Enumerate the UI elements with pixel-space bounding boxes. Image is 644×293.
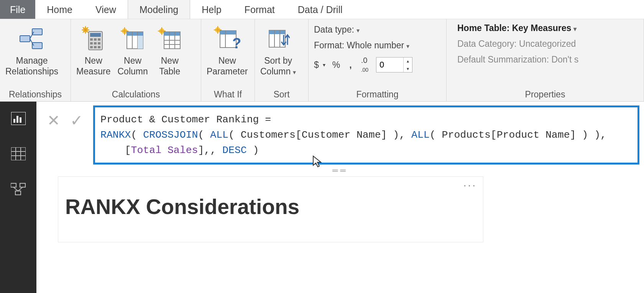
manage-relationships-button[interactable]: Manage Relationships xyxy=(3,23,61,77)
svg-rect-46 xyxy=(269,30,285,34)
currency-button[interactable]: $ xyxy=(314,60,319,70)
svg-rect-19 xyxy=(94,46,97,48)
tab-file[interactable]: File xyxy=(0,0,35,19)
formula-resize-handle[interactable]: ══ xyxy=(39,165,641,176)
tab-home[interactable]: Home xyxy=(35,0,84,19)
ribbon-group-calculations: New Measure New Col xyxy=(71,19,201,101)
home-table-dropdown[interactable]: Home Table: Key Measures xyxy=(457,23,578,33)
report-canvas: ✕ ✓ Product & Customer Ranking = RANKX( … xyxy=(36,102,644,293)
decimal-icon: .0.00 xyxy=(361,56,368,74)
group-label-relationships: Relationships xyxy=(3,88,67,100)
ribbon: Manage Relationships Relationships xyxy=(0,19,644,102)
tab-data-drill[interactable]: Data / Drill xyxy=(286,0,354,19)
new-parameter-label: New Parameter xyxy=(207,55,248,77)
svg-line-62 xyxy=(18,187,23,191)
svg-rect-11 xyxy=(90,33,101,37)
svg-rect-58 xyxy=(11,183,16,187)
svg-rect-18 xyxy=(90,46,93,48)
relationships-icon xyxy=(17,24,47,54)
tab-help[interactable]: Help xyxy=(190,0,233,19)
currency-dropdown-arrow[interactable]: ▾ xyxy=(323,62,325,68)
ribbon-group-relationships: Manage Relationships Relationships xyxy=(0,19,71,101)
svg-rect-60 xyxy=(15,191,21,195)
svg-rect-16 xyxy=(94,42,97,44)
default-summarization-dropdown[interactable]: Default Summarization: Don't s xyxy=(457,54,578,65)
new-measure-label: New Measure xyxy=(76,55,110,77)
svg-rect-12 xyxy=(90,38,93,41)
percent-button[interactable]: % xyxy=(332,60,340,70)
tab-view[interactable]: View xyxy=(84,0,128,19)
group-label-whatif: What If xyxy=(204,88,251,100)
data-type-dropdown[interactable]: Data type: xyxy=(314,25,360,35)
decimal-places-input[interactable] xyxy=(376,58,403,72)
formula-bar[interactable]: Product & Customer Ranking = RANKX( CROS… xyxy=(93,105,639,165)
group-label-formatting: Formatting xyxy=(312,88,443,100)
group-label-sort: Sort xyxy=(258,88,305,100)
sort-by-column-button[interactable]: Sort by Column xyxy=(258,23,298,79)
calculator-icon xyxy=(79,24,108,54)
svg-rect-53 xyxy=(11,147,26,160)
svg-rect-20 xyxy=(98,46,100,48)
new-table-button[interactable]: New Table xyxy=(153,23,187,77)
svg-line-61 xyxy=(13,187,18,191)
text-visual[interactable]: ··· RANKX Considerations xyxy=(58,176,483,242)
left-nav-rail xyxy=(0,102,36,293)
report-view-icon[interactable] xyxy=(10,110,27,127)
model-view-icon[interactable] xyxy=(10,181,27,198)
formula-cancel-button[interactable]: ✕ xyxy=(47,112,60,129)
sort-icon xyxy=(263,24,293,54)
formula-line-2: RANKX( CROSSJOIN( ALL( Customers[Custome… xyxy=(100,127,632,143)
tab-modeling[interactable]: Modeling xyxy=(128,0,190,19)
format-dropdown[interactable]: Format: Whole number xyxy=(314,40,409,51)
svg-rect-42 xyxy=(220,31,236,35)
visual-title: RANKX Considerations xyxy=(65,194,476,219)
svg-rect-28 xyxy=(138,36,143,49)
content-area: ✕ ✓ Product & Customer Ranking = RANKX( … xyxy=(0,102,644,293)
decimal-places-spinner[interactable]: ▲ ▼ xyxy=(376,57,412,72)
data-category-dropdown[interactable]: Data Category: Uncategorized xyxy=(457,39,578,49)
new-parameter-button[interactable]: ? New Parameter xyxy=(204,23,250,77)
svg-rect-1 xyxy=(20,36,30,42)
column-icon xyxy=(118,24,148,54)
new-measure-button[interactable]: New Measure xyxy=(74,23,113,77)
tab-format[interactable]: Format xyxy=(233,0,286,19)
group-label-calculations: Calculations xyxy=(74,88,198,100)
new-table-label: New Table xyxy=(159,55,180,77)
formula-line-3: [Total Sales],, DESC ) xyxy=(100,143,632,158)
formula-line-1: Product & Customer Ranking = xyxy=(100,112,632,127)
svg-text:?: ? xyxy=(232,35,241,51)
visual-more-options[interactable]: ··· xyxy=(463,179,477,191)
svg-rect-51 xyxy=(16,116,18,123)
svg-rect-15 xyxy=(90,42,93,44)
new-column-button[interactable]: New Column xyxy=(115,23,150,77)
svg-rect-59 xyxy=(20,183,25,187)
new-column-label: New Column xyxy=(117,55,148,77)
parameter-icon: ? xyxy=(212,24,242,54)
menu-bar: File Home View Modeling Help Format Data… xyxy=(0,0,644,19)
manage-relationships-label: Manage Relationships xyxy=(5,55,58,77)
comma-button[interactable]: , xyxy=(349,60,352,70)
spinner-up[interactable]: ▲ xyxy=(404,58,412,65)
svg-rect-50 xyxy=(13,119,15,123)
data-view-icon[interactable] xyxy=(10,145,27,162)
ribbon-group-whatif: ? New Parameter What If xyxy=(201,19,255,101)
sort-by-column-label: Sort by Column xyxy=(260,55,296,78)
ribbon-group-properties: Home Table: Key Measures Data Category: … xyxy=(447,19,644,101)
ribbon-group-sort: Sort by Column Sort xyxy=(255,19,309,101)
table-icon xyxy=(155,24,185,54)
svg-rect-14 xyxy=(98,38,100,41)
svg-rect-25 xyxy=(127,32,143,36)
svg-rect-33 xyxy=(164,32,180,36)
spinner-down[interactable]: ▼ xyxy=(404,65,412,73)
group-label-properties: Properties xyxy=(450,88,641,100)
ribbon-group-formatting: Data type: Format: Whole number $ ▾ % , … xyxy=(309,19,447,101)
svg-rect-17 xyxy=(98,42,100,44)
svg-rect-52 xyxy=(20,117,21,123)
formula-commit-button[interactable]: ✓ xyxy=(70,112,83,129)
svg-rect-13 xyxy=(94,38,97,41)
